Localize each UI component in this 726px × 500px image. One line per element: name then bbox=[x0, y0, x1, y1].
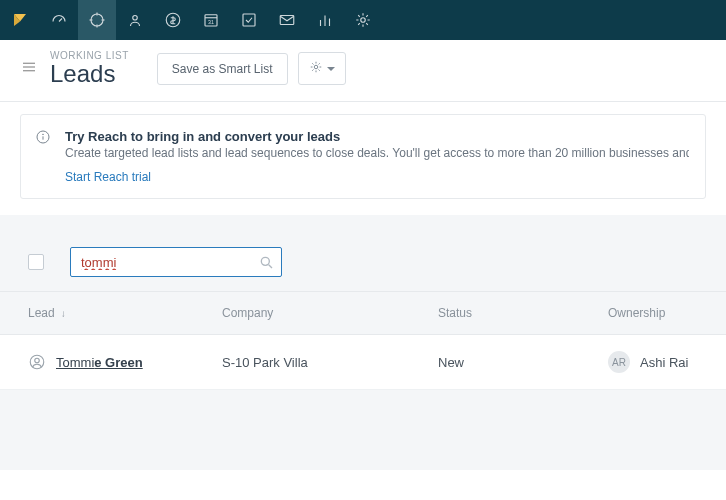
owner-name: Ashi Rai bbox=[640, 355, 688, 370]
svg-point-26 bbox=[261, 258, 269, 266]
search-icon[interactable] bbox=[258, 254, 274, 270]
svg-point-22 bbox=[314, 65, 318, 69]
avatar: AR bbox=[608, 351, 630, 373]
svg-rect-13 bbox=[243, 14, 255, 26]
select-all-checkbox[interactable] bbox=[28, 254, 44, 270]
sort-arrow-icon: ↓ bbox=[61, 308, 66, 319]
page-title: Leads bbox=[50, 61, 129, 87]
lead-icon bbox=[28, 353, 46, 371]
svg-point-3 bbox=[91, 14, 103, 26]
col-company[interactable]: Company bbox=[210, 292, 426, 334]
col-status[interactable]: Status bbox=[426, 292, 596, 334]
content-area: Lead ↓ Company Status Ownership Tommie G… bbox=[0, 237, 726, 470]
lead-name-link[interactable]: Tommie Green bbox=[56, 355, 143, 370]
nav-calendar[interactable]: 31 bbox=[192, 0, 230, 40]
page-header: WORKING LIST Leads Save as Smart List bbox=[0, 40, 726, 102]
nav-reports[interactable] bbox=[306, 0, 344, 40]
leads-table: Lead ↓ Company Status Ownership Tommie G… bbox=[0, 291, 726, 390]
nav-dashboard[interactable] bbox=[40, 0, 78, 40]
col-lead-label: Lead bbox=[28, 306, 55, 320]
info-icon bbox=[35, 129, 51, 145]
nav-settings[interactable] bbox=[344, 0, 382, 40]
col-owner[interactable]: Ownership bbox=[596, 292, 726, 334]
cell-owner: AR Ashi Rai bbox=[596, 335, 726, 389]
list-toolbar bbox=[0, 237, 726, 291]
options-button[interactable] bbox=[298, 52, 346, 85]
gear-icon bbox=[309, 60, 323, 77]
table-header: Lead ↓ Company Status Ownership bbox=[0, 292, 726, 335]
search-wrap bbox=[70, 247, 282, 277]
save-smart-list-button[interactable]: Save as Smart List bbox=[157, 53, 288, 85]
svg-rect-14 bbox=[280, 16, 294, 25]
svg-text:31: 31 bbox=[208, 19, 214, 25]
svg-point-25 bbox=[43, 134, 44, 135]
svg-point-29 bbox=[35, 359, 40, 364]
col-lead[interactable]: Lead ↓ bbox=[0, 292, 210, 334]
chevron-down-icon bbox=[327, 67, 335, 71]
app-logo[interactable] bbox=[0, 0, 40, 40]
svg-line-2 bbox=[59, 19, 62, 22]
svg-point-8 bbox=[133, 16, 138, 21]
start-reach-link[interactable]: Start Reach trial bbox=[65, 170, 151, 184]
svg-point-18 bbox=[361, 18, 366, 23]
reach-banner: Try Reach to bring in and convert your l… bbox=[20, 114, 706, 199]
banner-body: Create targeted lead lists and lead sequ… bbox=[65, 146, 689, 160]
top-nav: 31 bbox=[0, 0, 726, 40]
svg-line-27 bbox=[269, 265, 272, 268]
cell-company: S-10 Park Villa bbox=[210, 339, 426, 386]
banner-title: Try Reach to bring in and convert your l… bbox=[65, 129, 689, 144]
lead-name-prefix: Tommi bbox=[56, 355, 94, 370]
hamburger-icon[interactable] bbox=[20, 58, 38, 79]
nav-money[interactable] bbox=[154, 0, 192, 40]
search-input[interactable] bbox=[70, 247, 282, 277]
lead-name-match: e Green bbox=[94, 355, 142, 370]
cell-status: New bbox=[426, 339, 596, 386]
nav-contacts[interactable] bbox=[116, 0, 154, 40]
nav-tasks[interactable] bbox=[230, 0, 268, 40]
nav-target[interactable] bbox=[78, 0, 116, 40]
table-row: Tommie Green S-10 Park Villa New AR Ashi… bbox=[0, 335, 726, 390]
nav-mail[interactable] bbox=[268, 0, 306, 40]
